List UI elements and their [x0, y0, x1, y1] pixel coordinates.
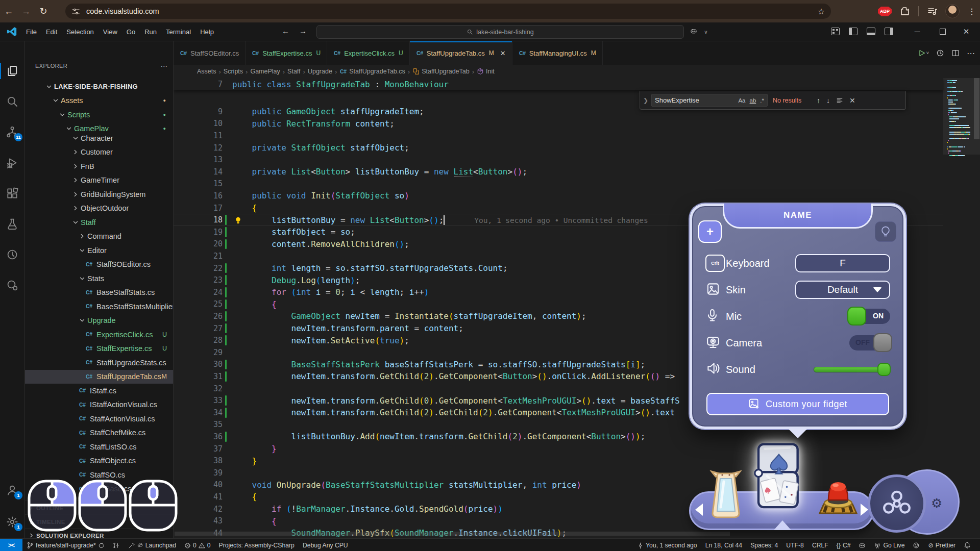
custom-fidget-button[interactable]: Custom your fidget — [706, 393, 889, 415]
menu-selection[interactable]: Selection — [62, 28, 98, 36]
code-line-12[interactable]: 12 private StaffObject staffObject; — [174, 142, 943, 154]
tree-file-staffupgradetab-cs[interactable]: C#StaffUpgradeTab.csM — [25, 370, 173, 384]
tree-folder-customer[interactable]: Customer — [25, 145, 173, 160]
code-line-15[interactable]: 15 — [174, 178, 943, 190]
code-line-14[interactable]: 14 private List<Button> listButtonBuy = … — [174, 166, 943, 178]
fidget-add-button[interactable]: + — [698, 220, 722, 243]
address-bar[interactable]: code.visualstudio.com ☆ — [65, 4, 831, 19]
tree-file-expertiseclick-cs[interactable]: C#ExpertiseClick.csU — [25, 328, 173, 342]
sound-slider[interactable] — [814, 367, 887, 372]
status-blame-status[interactable]: You, 1 second ago — [637, 542, 697, 549]
activitybar-explorer[interactable] — [0, 61, 24, 81]
tab-staffsoeditor-cs[interactable]: C#StaffSOEditor.cs — [174, 41, 246, 65]
code-line-13[interactable]: 13 — [174, 154, 943, 166]
find-close-icon[interactable]: ✕ — [849, 96, 855, 105]
split-editor-icon[interactable] — [951, 49, 960, 57]
skin-dropdown[interactable]: Default — [795, 281, 890, 299]
mic-toggle[interactable]: ON — [849, 309, 890, 324]
tree-folder-gametimer[interactable]: GameTimer — [25, 173, 173, 188]
horizontal-scrollbar[interactable] — [175, 532, 730, 536]
menu-help[interactable]: Help — [195, 28, 218, 36]
tab-close-icon[interactable]: ✕ — [500, 49, 506, 57]
activitybar-gitlens[interactable] — [0, 244, 24, 265]
tree-file-staffsoeditor-cs[interactable]: C#StaffSOEditor.cs — [25, 258, 173, 272]
tree-folder-command[interactable]: Command — [25, 230, 173, 244]
copilot-menu-icon[interactable] — [690, 28, 697, 35]
window-restore-button[interactable] — [931, 22, 954, 40]
activitybar-gitlens-inspect[interactable] — [0, 275, 24, 295]
activitybar-search[interactable] — [0, 91, 24, 112]
nav-back-icon[interactable]: ← — [282, 27, 289, 35]
menu-terminal[interactable]: Terminal — [161, 28, 195, 36]
window-minimize-button[interactable]: ─ — [905, 22, 929, 40]
vertical-scrollbar[interactable] — [974, 78, 979, 139]
carousel-item-lighter-cards[interactable] — [753, 442, 804, 510]
status-cursor-position[interactable]: Ln 18, Col 44 — [705, 542, 743, 549]
customize-layout-icon[interactable] — [831, 28, 840, 37]
copilot-chevron-icon[interactable]: ˅ — [704, 30, 707, 35]
tab-staffmanagingui-cs[interactable]: C#StaffManagingUI.csM — [512, 41, 603, 65]
status-indentation[interactable]: Spaces: 4 — [750, 542, 778, 549]
fidget-hint-bulb-icon[interactable] — [875, 221, 896, 242]
tree-file-staffchefmike-cs[interactable]: C#StaffChefMike.cs — [25, 426, 173, 440]
browser-menu-icon[interactable]: ⋮ — [968, 7, 976, 16]
menu-view[interactable]: View — [99, 28, 122, 36]
activitybar-run-and-debug[interactable] — [0, 153, 24, 173]
status-problems[interactable]: 00 — [184, 542, 211, 549]
tab-staffexpertise-cs[interactable]: C#StaffExpertise.csU — [246, 41, 327, 65]
tab-staffupgradetab-cs[interactable]: C#StaffUpgradeTab.csM✕ — [410, 41, 512, 65]
bookmark-star-icon[interactable]: ☆ — [818, 7, 825, 16]
site-permissions-icon[interactable] — [71, 7, 80, 16]
whole-word-icon[interactable]: ab — [750, 97, 756, 104]
keyboard-input[interactable]: F — [795, 254, 890, 272]
menu-go[interactable]: Go — [122, 28, 140, 36]
status-prettier[interactable]: ⊘Prettier — [928, 542, 955, 549]
extensions-puzzle-icon[interactable] — [900, 6, 910, 16]
regex-icon[interactable]: .* — [760, 97, 764, 104]
find-previous-icon[interactable]: ↑ — [817, 96, 820, 105]
tree-file-istaff-cs[interactable]: C#IStaff.cs — [25, 384, 173, 398]
tree-file-basestaffstatsmultiplier-cs[interactable]: C#BaseStaffStatsMultiplier.cs — [25, 299, 173, 314]
tree-folder-gridbuildingsystem[interactable]: GridBuildingSystem — [25, 187, 173, 202]
tree-folder-assets[interactable]: Assets● — [25, 94, 173, 108]
breadcrumb-item[interactable]: Init — [477, 68, 495, 75]
activitybar-extensions[interactable] — [0, 183, 24, 204]
status-encoding[interactable]: UTF-8 — [786, 542, 804, 549]
status-eol[interactable]: CRLF — [812, 542, 828, 549]
tree-file-istaffactionvisual-cs[interactable]: C#IStaffActionVisual.cs — [25, 398, 173, 412]
breadcrumb-item[interactable]: Assets — [197, 68, 216, 75]
carousel-item-mirror[interactable] — [705, 470, 746, 519]
run-file-icon[interactable]: ˅ — [918, 49, 929, 57]
menu-file[interactable]: File — [21, 28, 41, 36]
tree-folder-stats[interactable]: Stats — [25, 271, 173, 286]
code-line-10[interactable]: 10 public RectTransform content; — [174, 118, 943, 130]
browser-back-icon[interactable]: ← — [0, 6, 17, 17]
code-line-16[interactable]: 16 public void Init(StaffObject so) — [174, 190, 943, 202]
carousel-right-arrow[interactable] — [861, 504, 868, 516]
explorer-more-actions-icon[interactable]: ⋯ — [161, 62, 168, 70]
carousel-item-red-button[interactable] — [817, 468, 860, 516]
tree-file-basestaffstats-cs[interactable]: C#BaseStaffStats.cs — [25, 286, 173, 300]
find-in-selection-icon[interactable] — [836, 97, 843, 104]
activitybar-source-control[interactable]: 11 — [0, 122, 24, 142]
browser-forward-icon[interactable]: → — [17, 6, 35, 17]
activitybar-testing[interactable] — [0, 214, 24, 234]
tree-file-staffupgradestats-cs[interactable]: C#StaffUpgradeStats.cs — [25, 356, 173, 370]
status-commit-graph[interactable] — [113, 542, 120, 549]
breadcrumb-item[interactable]: GamePlay — [250, 68, 280, 75]
watch-icon[interactable] — [936, 49, 944, 57]
command-center-search[interactable]: lake-side-bar-fishing — [316, 25, 684, 39]
breadcrumb-item[interactable]: Staff — [287, 68, 300, 75]
menu-edit[interactable]: Edit — [41, 28, 62, 36]
status-projects[interactable]: Projects: Assembly-CSharp — [219, 542, 295, 549]
toggle-panel-icon[interactable] — [867, 28, 875, 37]
toggle-replace-icon[interactable]: ❯ — [640, 97, 651, 104]
nav-forward-icon[interactable]: → — [299, 27, 307, 35]
match-case-icon[interactable]: Aa — [738, 97, 745, 104]
status-extension-status[interactable] — [913, 542, 920, 549]
find-next-icon[interactable]: ↓ — [826, 96, 830, 105]
breadcrumb-item[interactable]: C#StaffUpgradeTab.cs — [339, 68, 405, 76]
more-actions[interactable]: ⋯ — [967, 48, 975, 58]
status-notifications[interactable] — [964, 542, 971, 549]
breadcrumb-item[interactable]: StaffUpgradeTab — [412, 68, 470, 75]
